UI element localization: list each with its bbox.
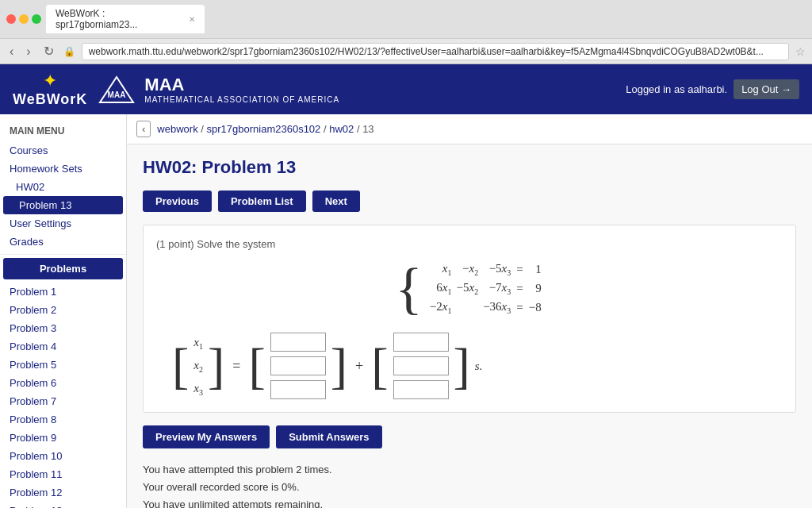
breadcrumb-bar: ‹ webwork / spr17gborniam2360s102 / hw02… bbox=[127, 114, 812, 144]
app-container: ✦ WeBWorK MAA MAA MATHEMATICAL ASSOCIATI… bbox=[0, 64, 812, 508]
sidebar-item-courses[interactable]: Courses bbox=[0, 141, 126, 160]
minimize-dot[interactable] bbox=[19, 14, 29, 24]
right-bracket-2-icon: ] bbox=[331, 341, 347, 391]
equals-sign: = bbox=[229, 358, 243, 375]
sidebar-problem-4[interactable]: Problem 4 bbox=[0, 337, 126, 356]
sidebar-problem-7[interactable]: Problem 7 bbox=[0, 392, 126, 410]
problem-points: (1 point) Solve the system bbox=[156, 238, 783, 250]
nav-buttons: Previous Problem List Next bbox=[143, 190, 796, 212]
browser-navbar: ‹ › ↻ 🔒 ☆ bbox=[0, 38, 812, 64]
tab-close-icon[interactable]: ✕ bbox=[189, 15, 195, 24]
sidebar-problem-6[interactable]: Problem 6 bbox=[0, 374, 126, 392]
sidebar-item-user-settings[interactable]: User Settings bbox=[0, 214, 126, 233]
bookmark-icon[interactable]: ☆ bbox=[795, 45, 806, 58]
lock-icon: 🔒 bbox=[63, 46, 75, 57]
sidebar-problem-9[interactable]: Problem 9 bbox=[0, 429, 126, 447]
variable-column: x1 x2 x3 bbox=[193, 336, 203, 397]
svg-text:MAA: MAA bbox=[108, 90, 126, 99]
logout-button[interactable]: Log Out → bbox=[733, 79, 799, 99]
left-bracket-3-icon: [ bbox=[371, 341, 388, 391]
content-area: ‹ webwork / spr17gborniam2360s102 / hw02… bbox=[127, 114, 812, 508]
refresh-button[interactable]: ↻ bbox=[40, 42, 57, 60]
sidebar-problem-11[interactable]: Problem 11 bbox=[0, 465, 126, 483]
equation-row-3: −2x1 −36x3 = −8 bbox=[427, 298, 544, 317]
back-button[interactable]: ‹ bbox=[6, 43, 17, 60]
tab-title: WeBWorK : spr17gborniam23... bbox=[56, 8, 182, 30]
attempt-line-2: Your overall recorded score is 0%. bbox=[143, 479, 796, 496]
sidebar-problem-12[interactable]: Problem 12 bbox=[0, 483, 126, 502]
left-bracket-2-icon: [ bbox=[248, 341, 265, 391]
input-b2[interactable] bbox=[393, 356, 449, 375]
app-header: ✦ WeBWorK MAA MAA MATHEMATICAL ASSOCIATI… bbox=[0, 64, 812, 114]
breadcrumb-course[interactable]: spr17gborniam2360s102 bbox=[207, 123, 321, 135]
problem-content: HW02: Problem 13 Previous Problem List N… bbox=[127, 144, 812, 508]
url-bar[interactable] bbox=[82, 43, 789, 60]
logged-in-text: Logged in as aalharbi. bbox=[626, 83, 727, 95]
left-brace-icon: { bbox=[395, 260, 423, 317]
browser-tab[interactable]: WeBWorK : spr17gborniam23... ✕ bbox=[46, 5, 205, 33]
sidebar: MAIN MENU Courses Homework Sets HW02 Pro… bbox=[0, 114, 127, 508]
attempt-line-3: You have unlimited attempts remaining. bbox=[143, 496, 796, 508]
problem-list-button[interactable]: Problem List bbox=[218, 190, 306, 212]
problem-box: (1 point) Solve the system { x1 −x2 −5x3… bbox=[143, 225, 796, 413]
breadcrumb-hw02[interactable]: hw02 bbox=[329, 123, 354, 135]
problems-header: Problems bbox=[3, 258, 123, 279]
var-x3: x3 bbox=[193, 382, 203, 397]
sidebar-problem-10[interactable]: Problem 10 bbox=[0, 447, 126, 465]
maa-text: MAA MATHEMATICAL ASSOCIATION OF AMERICA bbox=[144, 75, 339, 104]
maximize-dot[interactable] bbox=[32, 14, 41, 24]
browser-dots bbox=[6, 14, 41, 24]
equation-row-2: 6x1 −5x2 −7x3 = 9 bbox=[427, 279, 544, 298]
breadcrumb-back-button[interactable]: ‹ bbox=[136, 121, 151, 137]
equations-system: { x1 −x2 −5x3 = 1 6x1 −5x2 bbox=[156, 260, 783, 317]
input-b1[interactable] bbox=[393, 333, 449, 352]
breadcrumb: webwork / spr17gborniam2360s102 / hw02 /… bbox=[157, 123, 373, 135]
maa-logo-icon: MAA bbox=[97, 74, 136, 106]
main-menu-label: MAIN MENU bbox=[0, 121, 126, 141]
preview-button[interactable]: Preview My Answers bbox=[143, 425, 270, 448]
previous-button[interactable]: Previous bbox=[143, 190, 212, 212]
forward-button[interactable]: › bbox=[23, 43, 33, 60]
second-input-column bbox=[393, 333, 449, 399]
webwork-title: WeBWorK bbox=[13, 91, 87, 108]
equation-row-1: x1 −x2 −5x3 = 1 bbox=[427, 260, 544, 279]
sidebar-item-problem13[interactable]: Problem 13 bbox=[3, 196, 123, 214]
matrix-solution: [ x1 x2 x3 ] = [ bbox=[172, 333, 783, 399]
first-input-column bbox=[270, 333, 326, 399]
browser-titlebar: WeBWorK : spr17gborniam23... ✕ bbox=[0, 0, 812, 38]
sidebar-problem-1[interactable]: Problem 1 bbox=[0, 283, 126, 301]
sidebar-problem-3[interactable]: Problem 3 bbox=[0, 319, 126, 337]
sidebar-item-hw02[interactable]: HW02 bbox=[0, 178, 126, 196]
equations-table: x1 −x2 −5x3 = 1 6x1 −5x2 −7x3 = bbox=[427, 260, 544, 317]
sidebar-problem-13[interactable]: Problem 13 bbox=[0, 502, 126, 508]
breadcrumb-webwork[interactable]: webwork bbox=[157, 123, 197, 135]
input-a3[interactable] bbox=[270, 380, 326, 399]
s-parameter: s. bbox=[475, 360, 483, 373]
sidebar-item-homework-sets[interactable]: Homework Sets bbox=[0, 160, 126, 178]
input-b3[interactable] bbox=[393, 380, 449, 399]
maa-title: MAA bbox=[144, 75, 339, 95]
input-a2[interactable] bbox=[270, 356, 326, 375]
sidebar-item-grades[interactable]: Grades bbox=[0, 233, 126, 251]
next-button[interactable]: Next bbox=[312, 190, 360, 212]
var-x1: x1 bbox=[193, 336, 203, 351]
maa-subtitle: MATHEMATICAL ASSOCIATION OF AMERICA bbox=[144, 95, 339, 104]
sidebar-problem-8[interactable]: Problem 8 bbox=[0, 410, 126, 429]
breadcrumb-current: 13 bbox=[362, 123, 373, 135]
left-bracket-1-icon: [ bbox=[172, 341, 189, 391]
right-bracket-1-icon: ] bbox=[208, 341, 224, 391]
sidebar-problem-5[interactable]: Problem 5 bbox=[0, 356, 126, 374]
maa-brand: MAA MAA MATHEMATICAL ASSOCIATION OF AMER… bbox=[97, 74, 339, 106]
var-x2: x2 bbox=[193, 359, 203, 374]
submit-area: Preview My Answers Submit Answers bbox=[143, 425, 796, 448]
close-dot[interactable] bbox=[6, 14, 16, 24]
browser-chrome: WeBWorK : spr17gborniam23... ✕ ‹ › ↻ 🔒 ☆ bbox=[0, 0, 812, 64]
problem-title: HW02: Problem 13 bbox=[143, 157, 796, 178]
logo-star-icon: ✦ bbox=[43, 71, 57, 91]
submit-button[interactable]: Submit Answers bbox=[276, 425, 381, 448]
input-a1[interactable] bbox=[270, 333, 326, 352]
sidebar-problem-2[interactable]: Problem 2 bbox=[0, 301, 126, 319]
webwork-logo: ✦ WeBWorK bbox=[13, 71, 87, 108]
attempt-line-1: You have attempted this problem 2 times. bbox=[143, 461, 796, 479]
attempt-info: You have attempted this problem 2 times.… bbox=[143, 461, 796, 508]
